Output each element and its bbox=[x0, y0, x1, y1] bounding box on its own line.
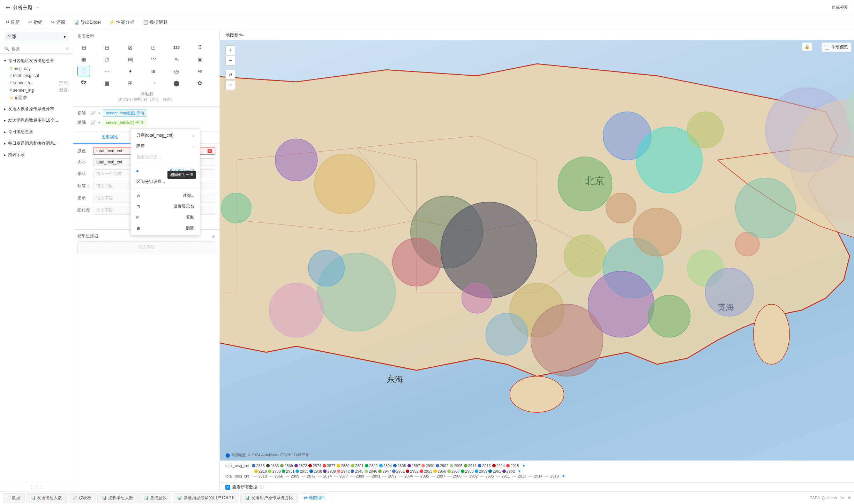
type-icon-sum3: # bbox=[10, 88, 12, 92]
chart-cross-btn[interactable]: ⊠ bbox=[124, 42, 136, 53]
y-axis-field[interactable]: sender_lat(纬度) 平均 bbox=[103, 119, 146, 126]
select-btn[interactable]: ☞ bbox=[225, 80, 235, 90]
data-explain-btn[interactable]: 📋 数据解释 bbox=[143, 19, 168, 25]
menu-item-desc[interactable]: 降序 › bbox=[131, 141, 200, 152]
chart-sankey-btn[interactable]: ≋ bbox=[147, 66, 160, 76]
field-group-header-sr[interactable]: ▸ 每日发送消息和接收消息... bbox=[0, 139, 73, 148]
arrow-icon: › bbox=[193, 133, 194, 138]
field-total-msg-cnt[interactable]: # total_msg_cnt bbox=[0, 72, 73, 79]
more-icon[interactable]: ⋯ bbox=[35, 5, 39, 10]
legend-line-2891: 2891 bbox=[366, 474, 380, 478]
legend-item-2931: 2931 bbox=[282, 469, 294, 473]
chart-wave-btn[interactable]: ∿ bbox=[170, 54, 183, 64]
bottom-tab-dashboard[interactable]: 📈 仪表板 bbox=[68, 493, 96, 503]
bottom-tab-map[interactable]: 🗺 地图组件 bbox=[299, 493, 330, 503]
x-axis-icon: 📈 bbox=[91, 111, 96, 115]
manual-preview-checkbox[interactable] bbox=[825, 45, 829, 49]
bottom-tab-send-users[interactable]: 📊 发送消息人数 bbox=[26, 493, 67, 503]
menu-item-delete[interactable]: 🗑 删除 bbox=[131, 223, 200, 234]
legend-expand-2[interactable]: ▼ bbox=[517, 469, 521, 473]
chart-word-btn[interactable]: Aa bbox=[194, 66, 206, 76]
lineage-view-btn[interactable]: 血缘视图 bbox=[832, 5, 848, 10]
menu-item-copy[interactable]: ⎘ 复制 bbox=[131, 212, 200, 223]
view-all-checkbox[interactable]: ✓ bbox=[225, 485, 230, 490]
chart-gauge-btn[interactable]: ◷ bbox=[170, 66, 183, 76]
chart-radar-btn[interactable]: ✦ bbox=[124, 66, 136, 76]
chart-heat-btn[interactable]: ▩ bbox=[101, 78, 113, 88]
legend-label-1: total_msg_cnt bbox=[225, 464, 249, 468]
chart-funnel-btn[interactable]: ⋯ bbox=[101, 66, 113, 76]
zoom-out-btn[interactable]: − bbox=[225, 56, 235, 66]
chart-stacked-btn[interactable]: ▤ bbox=[124, 54, 136, 64]
chart-dot-map-btn[interactable]: ⠿ bbox=[194, 42, 206, 53]
field-group-header-cross[interactable]: ▸ 跨表字段 bbox=[0, 151, 73, 159]
export-excel-btn[interactable]: 📊 导出Excel bbox=[74, 19, 101, 25]
tab-map-icon: 🗺 bbox=[304, 496, 307, 500]
chart-color-table-btn[interactable]: ⊡ bbox=[147, 42, 160, 53]
chart-bubble-btn[interactable]: ⬤ bbox=[170, 78, 183, 88]
chart-pie-btn[interactable]: ◉ bbox=[194, 54, 206, 64]
add-field-icon[interactable]: ⊕ bbox=[66, 46, 69, 51]
chart-map-btn[interactable]: 🗺 bbox=[77, 78, 90, 88]
chart-flow-btn[interactable]: → bbox=[147, 78, 160, 88]
menu-item-display-name[interactable]: ⊡ 设置显示名 bbox=[131, 201, 200, 212]
active-dot-icon bbox=[136, 170, 138, 172]
field-sender-lng[interactable]: # sender_lng (经度) bbox=[0, 86, 73, 94]
svg-point-23 bbox=[648, 295, 690, 337]
svg-point-26 bbox=[486, 313, 528, 356]
result-filter-icon[interactable]: ⊕ bbox=[212, 234, 215, 239]
rotate-btn[interactable]: ↺ bbox=[225, 70, 235, 79]
bottom-tab-receive-users[interactable]: 📊 接收消息人数 bbox=[97, 493, 138, 503]
chart-hint: 点地图 建议2个地理字段（经度、纬度） bbox=[77, 91, 215, 102]
chevron-down-icon: ▾ bbox=[63, 34, 66, 39]
performance-btn[interactable]: ⚡ 性能分析 bbox=[109, 19, 134, 25]
chart-pivot-btn[interactable]: ⊟ bbox=[101, 42, 113, 53]
chart-line-btn[interactable]: 〰 bbox=[147, 54, 160, 64]
category-dropdown[interactable]: 全部 ▾ bbox=[4, 32, 69, 41]
field-sender-lat[interactable]: # sender_lat (纬度) bbox=[0, 79, 73, 86]
map-component-label: 地图组件 bbox=[220, 29, 854, 40]
chart-bar2-btn[interactable]: ▧ bbox=[101, 54, 113, 64]
chart-tree-btn[interactable]: ⊞ bbox=[124, 78, 136, 88]
legend-item-2946: 2946 bbox=[365, 469, 377, 473]
back-icon[interactable]: ⬅ bbox=[6, 4, 10, 11]
field-group-header-daily[interactable]: ▾ 每日各地区发送消息总量 bbox=[0, 56, 73, 65]
legend-item-2962: 2962 bbox=[502, 469, 515, 473]
lock-icon-btn[interactable]: 🔒 bbox=[802, 43, 812, 51]
field-group-header-device[interactable]: ▸ 发送人设备操作系统分布 bbox=[0, 105, 73, 113]
legend-line-2905: 2905 bbox=[479, 474, 494, 478]
bottom-add-icon[interactable]: ⊕ bbox=[841, 496, 844, 500]
undo-btn[interactable]: ↩ 撤销 bbox=[28, 19, 43, 25]
bottom-tab-data[interactable]: ⊞ 数据 bbox=[3, 493, 25, 503]
menu-item-asc[interactable]: 升序(total_msg_cnt) › bbox=[131, 130, 200, 141]
map-container: 北京 东海 黄海 bbox=[220, 40, 854, 460]
field-record-count[interactable]: ⊕ 记录数 bbox=[0, 94, 73, 102]
menu-item-filter[interactable]: ⊘ 过滤... bbox=[131, 190, 200, 201]
x-axis-dropdown-icon[interactable]: ▾ bbox=[98, 111, 100, 115]
chart-number-btn[interactable]: 123 bbox=[170, 42, 183, 53]
result-filter-drop-zone[interactable]: 拖入字段 bbox=[77, 241, 215, 253]
legend-item-2892: 2892 bbox=[365, 464, 377, 468]
redo-btn[interactable]: ↪ 还原 bbox=[51, 19, 65, 25]
field-msg-day[interactable]: T msg_day bbox=[0, 65, 73, 72]
chart-bar-btn[interactable]: ▦ bbox=[77, 54, 90, 64]
bottom-tab-total-msg[interactable]: 📊 总消息数 bbox=[139, 493, 171, 503]
legend-line-2902: 2902 bbox=[463, 474, 478, 478]
svg-point-7 bbox=[687, 112, 723, 148]
bottom-tab-os[interactable]: 📊 发送用户操作系统占比 bbox=[240, 493, 298, 503]
legend-expand-3[interactable]: ▼ bbox=[562, 474, 565, 478]
chart-scatter-btn[interactable]: ⁚ bbox=[77, 66, 90, 76]
refresh-btn[interactable]: ↺ 刷新 bbox=[6, 19, 20, 25]
legend-expand-1[interactable]: ▼ bbox=[522, 464, 526, 468]
zoom-in-btn[interactable]: + bbox=[225, 45, 235, 55]
field-group-header-total[interactable]: ▸ 每日消息总量 bbox=[0, 128, 73, 136]
y-axis-dropdown-icon[interactable]: ▾ bbox=[98, 121, 100, 124]
chart-table-btn[interactable]: ⊞ bbox=[77, 42, 90, 53]
field-group-header-top10[interactable]: ▸ 发送消息条数最多的10个... bbox=[0, 116, 73, 125]
bottom-settings-icon[interactable]: ⚙ bbox=[848, 496, 851, 500]
chart-custom-btn[interactable]: ✿ bbox=[194, 78, 206, 88]
legend-item-2951: 2951 bbox=[392, 469, 405, 473]
bottom-tab-top10[interactable]: 📊 发送消息最多的用户TOP10 bbox=[173, 493, 239, 503]
search-input[interactable] bbox=[12, 46, 64, 51]
x-axis-field[interactable]: sender_lng(经度) 平均 bbox=[103, 109, 147, 117]
